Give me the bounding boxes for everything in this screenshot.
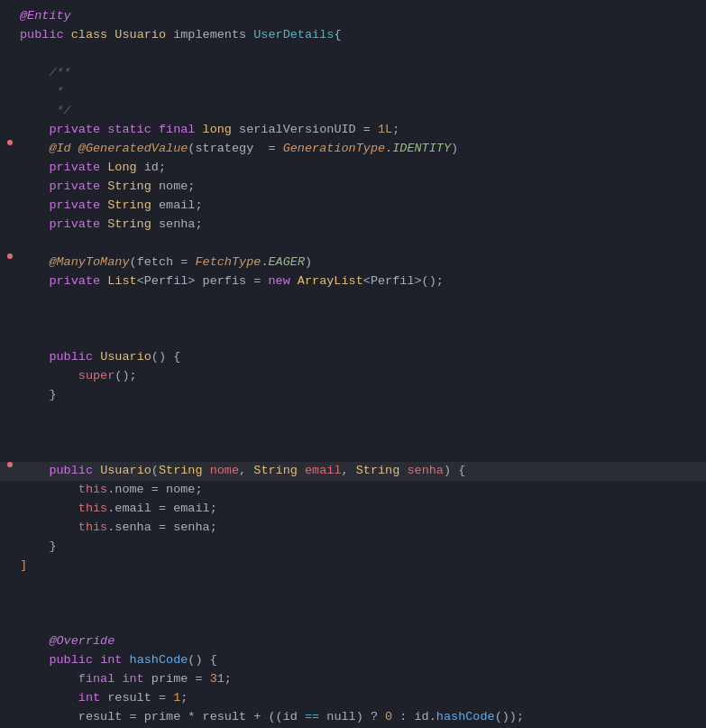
token: ] [20,558,27,572]
line-content: public class Usuario implements UserDeta… [16,26,706,45]
token: prime [144,710,188,723]
line-content: private String email; [16,197,706,216]
token: .nome = nome; [107,483,202,496]
code-line: } [0,386,706,405]
token: super [78,369,115,382]
token: public [20,28,71,41]
token: implements [173,28,253,41]
token: hashCode [130,653,188,667]
line-content [16,576,706,594]
token: long [203,123,240,136]
line-content: @Override [16,632,706,651]
line-content [16,291,706,310]
token: prime = [151,672,210,686]
token: * [20,85,64,98]
code-line [0,443,706,462]
line-content [16,424,706,443]
token: ()); [495,710,524,723]
token: <Perfil> [137,274,196,288]
code-line: super(); [0,367,706,386]
code-line: * [0,83,706,102]
token: id; [144,161,166,174]
code-line [0,291,706,310]
token: null) ? [319,710,385,723]
token: = [130,710,144,723]
line-content: private Long id; [16,159,706,178]
token: private [49,180,107,193]
line-content: private static final long serialVersionU… [16,121,706,140]
code-line: */ [0,102,706,121]
line-indicator [7,140,13,145]
token: , [239,464,253,477]
token: GenerationType [283,142,385,155]
code-line: ] [0,557,706,576]
token: final [159,123,203,136]
code-line: public Usuario() { [0,348,706,367]
token: @GeneratedValue [78,142,188,155]
token: class [71,28,115,41]
token: String [107,217,159,231]
code-line: this.senha = senha; [0,519,706,538]
token: private [49,198,107,212]
token: */ [20,104,71,117]
token: * [188,710,202,723]
line-content: private String nome; [16,178,706,197]
code-line [0,613,706,632]
code-line [0,576,706,594]
token: private [49,274,107,288]
token: (); [422,274,444,288]
code-line [0,424,706,443]
token: ( [151,464,159,477]
token: private [49,123,107,136]
token: , [342,464,356,477]
token: hashCode [436,710,495,723]
code-line [0,329,706,348]
token: @Id [49,142,78,155]
token: senha; [159,217,203,231]
breakpoint-dot [7,253,13,259]
token: 31 [210,672,225,686]
token: . [385,142,392,155]
token: result = [107,691,173,705]
line-content: final int prime = 31; [16,670,706,689]
token: public [49,653,100,667]
token: (fetch = [130,255,196,269]
line-content: private String senha; [16,216,706,235]
line-indicator [7,253,13,259]
token: } [20,539,57,553]
token: int [78,691,107,705]
token: new [268,274,297,288]
code-line: final int prime = 31; [0,670,706,689]
line-content: public Usuario(String nome, String email… [16,462,706,481]
line-content: @Entity [16,7,706,26]
line-content: result = prime * result + ((id == null) … [16,708,706,727]
token: this [78,483,107,496]
token: ; [180,691,188,705]
code-line: @Entity [0,7,706,26]
token: IDENTITY [392,142,451,155]
token: Usuario [100,464,151,477]
token: ) [305,255,312,269]
code-line: private String email; [0,197,706,216]
line-content: */ [16,102,706,121]
line-content [16,329,706,348]
code-line: } [0,538,706,557]
line-content [16,310,706,329]
token: this [78,521,107,534]
code-line [0,310,706,329]
token: ; [392,123,399,136]
code-line: this.nome = nome; [0,481,706,500]
code-line: /** [0,64,706,83]
code-line: int result = 1; [0,689,706,708]
code-line: result = prime * result + ((id == null) … [0,708,706,727]
code-line: @ManyToMany(fetch = FetchType.EAGER) [0,253,706,272]
token: FetchType [195,255,261,269]
token: : id. [392,710,436,723]
token: .email = email; [107,502,217,515]
token: (strategy = [188,142,282,155]
code-line [0,594,706,613]
code-line: private Long id; [0,159,706,178]
token: nome; [159,180,196,193]
token: int [122,672,151,686]
line-content [16,613,706,632]
